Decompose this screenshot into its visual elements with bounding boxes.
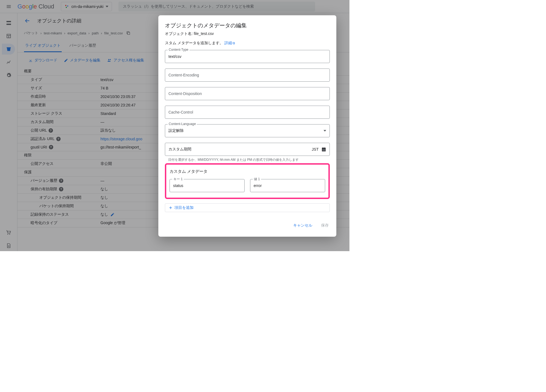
cache-control-input[interactable] [165,106,330,119]
content-type-input[interactable] [165,50,330,63]
cancel-button[interactable]: キャンセル [292,221,313,230]
calendar-icon [321,147,326,152]
content-language-field: Content-Language 設定解除 [165,124,330,137]
plus-icon [168,206,173,210]
custom-value-1-field: 値 1 [250,179,325,192]
date-helper-text: 日付を選択するか、MM/DD/YYYY, hh:mm AM または PM の形式… [165,158,330,162]
add-item-button[interactable]: 項目を追加 [165,203,330,212]
custom-key-1-field: キー 1 [170,179,245,192]
content-encoding-input[interactable] [165,69,330,82]
content-type-field: Content-Type [165,50,330,63]
custom-period-field: カスタム期間 JST 日付を選択するか、MM/DD/YYYY, hh:mm AM… [165,143,330,162]
custom-period-input[interactable]: カスタム期間 JST [165,143,330,156]
external-link-icon: ⧉ [233,41,235,45]
content-disposition-field [165,87,330,100]
chevron-down-icon [324,130,326,132]
dialog-title: オブジェクトのメタデータの編集 [165,22,330,29]
custom-metadata-section: カスタム メタデータ キー 1 値 1 [165,163,330,199]
content-disposition-input[interactable] [165,87,330,100]
custom-value-1-input[interactable] [250,179,325,192]
edit-metadata-dialog: オブジェクトのメタデータの編集 オブジェクト名: file_test.csv ス… [158,15,336,237]
dialog-object-name: オブジェクト名: file_test.csv [165,31,330,36]
content-language-select[interactable]: 設定解除 [165,124,330,137]
cache-control-field [165,106,330,119]
details-link[interactable]: 詳細⧉ [224,41,235,45]
save-button[interactable]: 保存 [320,221,330,230]
content-encoding-field [165,69,330,82]
custom-metadata-heading: カスタム メタデータ [170,169,325,174]
dialog-intro: スタム メタデータを追加します。 詳細⧉ [165,41,330,46]
